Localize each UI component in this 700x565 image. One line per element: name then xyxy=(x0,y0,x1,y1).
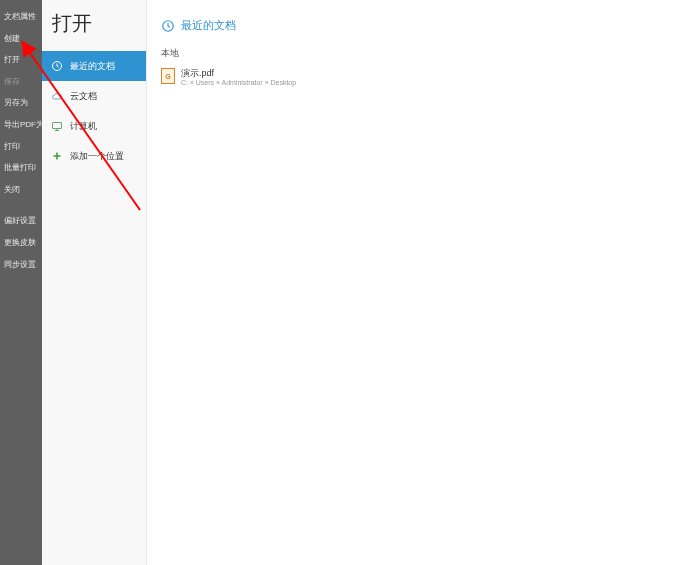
sidebar-item-saveas[interactable]: 另存为 xyxy=(0,92,42,114)
sidebar-item-save[interactable]: 保存 xyxy=(0,71,42,93)
sidebar-item-preferences[interactable]: 偏好设置 xyxy=(0,210,42,232)
mid-item-cloud[interactable]: 云文档 xyxy=(42,81,146,111)
main-content: 最近的文档 本地 G 演示.pdf C: » Users » Administr… xyxy=(147,0,700,565)
file-entry[interactable]: G 演示.pdf C: » Users » Administrator » De… xyxy=(161,66,686,89)
main-heading: 最近的文档 xyxy=(161,18,686,33)
left-sidebar: 文档属性 创建 打开 保存 另存为 导出PDF为 打印 批量打印 关闭 偏好设置… xyxy=(0,0,42,565)
sidebar-item-open[interactable]: 打开 xyxy=(0,49,42,71)
mid-item-label: 最近的文档 xyxy=(70,60,115,73)
plus-icon xyxy=(50,149,64,163)
page-title: 打开 xyxy=(42,0,146,51)
computer-icon xyxy=(50,119,64,133)
mid-item-label: 计算机 xyxy=(70,120,97,133)
cloud-icon xyxy=(50,89,64,103)
clock-icon xyxy=(161,19,175,33)
sidebar-item-close[interactable]: 关闭 xyxy=(0,179,42,201)
mid-item-add-location[interactable]: 添加一个位置 xyxy=(42,141,146,171)
sidebar-item-skin[interactable]: 更换皮肤 xyxy=(0,232,42,254)
middle-panel: 打开 最近的文档 云文档 计算机 添加一个位置 xyxy=(42,0,147,565)
sidebar-item-print[interactable]: 打印 xyxy=(0,136,42,158)
pdf-file-icon: G xyxy=(161,68,175,84)
clock-icon xyxy=(50,59,64,73)
svg-rect-1 xyxy=(53,123,62,129)
sidebar-item-properties[interactable]: 文档属性 xyxy=(0,6,42,28)
file-path: C: » Users » Administrator » Desktop xyxy=(181,79,296,87)
mid-item-computer[interactable]: 计算机 xyxy=(42,111,146,141)
sidebar-item-sync[interactable]: 同步设置 xyxy=(0,254,42,276)
main-heading-text: 最近的文档 xyxy=(181,18,236,33)
mid-item-recent[interactable]: 最近的文档 xyxy=(42,51,146,81)
section-label-local: 本地 xyxy=(161,47,686,60)
file-name: 演示.pdf xyxy=(181,68,296,79)
sidebar-item-create[interactable]: 创建 xyxy=(0,28,42,50)
mid-item-label: 云文档 xyxy=(70,90,97,103)
mid-item-label: 添加一个位置 xyxy=(70,150,124,163)
sidebar-item-export[interactable]: 导出PDF为 xyxy=(0,114,42,136)
sidebar-item-batchprint[interactable]: 批量打印 xyxy=(0,157,42,179)
file-meta: 演示.pdf C: » Users » Administrator » Desk… xyxy=(181,68,296,87)
